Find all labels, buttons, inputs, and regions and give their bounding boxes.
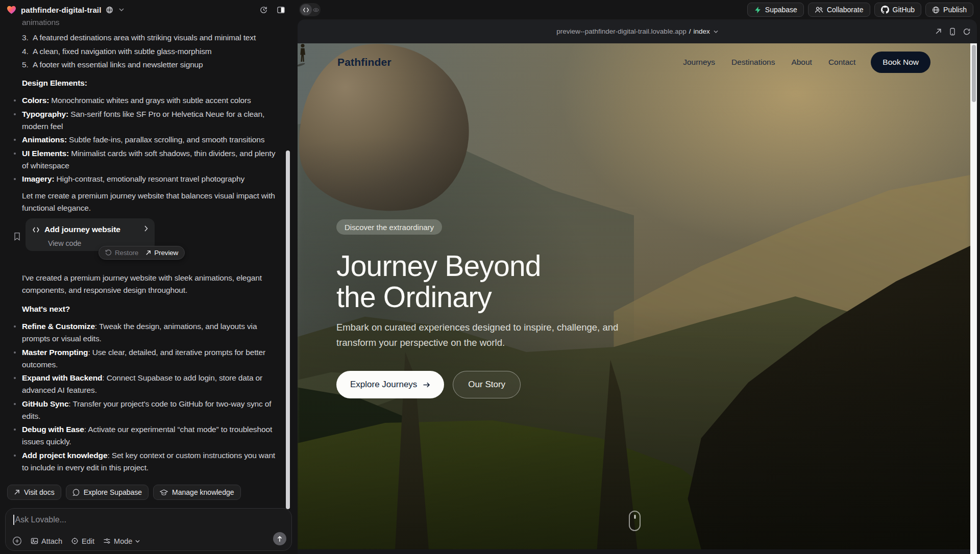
bullet-label: Debug with Ease (22, 425, 84, 434)
nav-link-journeys[interactable]: Journeys (683, 58, 715, 67)
github-button[interactable]: GitHub (874, 3, 922, 17)
list-text: A featured destinations area with striki… (33, 32, 256, 44)
composer-toolbar: Attach Edit Mode (12, 536, 140, 546)
edit-button[interactable]: Edit (71, 537, 94, 545)
bullet-label: Master Prompting (22, 348, 88, 357)
publish-label: Publish (943, 6, 967, 14)
bullet-item: Expand with Backend: Connect Supabase to… (22, 372, 283, 396)
nav-link-destinations[interactable]: Destinations (731, 58, 775, 67)
chevron-down-icon (714, 30, 718, 33)
arrow-up-right-icon (14, 489, 20, 495)
bullet-text: High-contrast, emotionally resonant trav… (54, 174, 244, 183)
arrow-up-right-icon (145, 250, 151, 256)
url-page: index (693, 28, 709, 35)
action-card-row: Add journey website View code Restore (14, 218, 283, 251)
collaborate-label: Collaborate (827, 6, 864, 14)
hero-subtitle: Embark on curated experiences designed t… (336, 320, 650, 350)
quick-action-chips: Visit docs Explore Supabase Manage knowl… (7, 485, 241, 500)
explore-supabase-chip[interactable]: Explore Supabase (66, 485, 149, 500)
bullet-item: GitHub Sync: Transfer your project's cod… (22, 398, 283, 422)
text-cursor (13, 515, 14, 525)
github-icon (881, 6, 889, 14)
publish-globe-icon (932, 6, 940, 14)
design-bullets: Colors: Monochromatic whites and grays w… (22, 94, 283, 185)
hero-title-line1: Journey Beyond (336, 249, 541, 282)
chevron-down-icon (135, 540, 140, 543)
nav-link-about[interactable]: About (791, 58, 812, 67)
eye-toggle-icon[interactable] (312, 8, 320, 12)
mode-label: Mode (114, 537, 132, 545)
hero-badge: Discover the extraordinary (336, 219, 442, 235)
numbered-list: 3. A featured destinations area with str… (22, 32, 283, 71)
site-nav: Pathfinder Journeys Destinations About C… (298, 51, 970, 74)
bullet-item: Refine & Customize: Tweak the design, an… (22, 320, 283, 345)
add-button[interactable] (12, 536, 22, 546)
prompt-input[interactable]: Ask Lovable... (13, 515, 66, 525)
prompt-placeholder: Ask Lovable... (15, 515, 67, 524)
restore-button[interactable]: Restore (105, 247, 138, 259)
chevron-down-icon[interactable] (119, 8, 124, 11)
lovable-app-window: pathfinder-digital-trail (0, 0, 980, 554)
supabase-bolt-icon (754, 6, 762, 14)
chip-label: Manage knowledge (172, 488, 234, 496)
preview-url[interactable]: preview--pathfinder-digital-trail.lovabl… (298, 19, 977, 43)
prompt-composer[interactable]: Ask Lovable... Attach Edit (5, 508, 292, 551)
publish-button[interactable]: Publish (925, 3, 973, 17)
chip-label: Explore Supabase (84, 488, 142, 496)
code-icon (32, 227, 40, 233)
list-number: 5. (22, 59, 33, 71)
bullet-label: GitHub Sync (22, 399, 68, 408)
preview-label: Preview (154, 247, 178, 259)
bullet-item: Master Prompting: Use clear, detailed, a… (22, 346, 283, 371)
list-item: 5. A footer with essential links and new… (22, 59, 283, 71)
supabase-button[interactable]: Supabase (747, 3, 804, 17)
sliders-icon (103, 538, 111, 544)
collaborate-button[interactable]: Collaborate (808, 3, 870, 17)
history-icon[interactable] (259, 6, 268, 14)
edit-label: Edit (82, 537, 94, 545)
site-logo[interactable]: Pathfinder (337, 56, 391, 68)
site-nav-links: Journeys Destinations About Contact (683, 58, 855, 67)
site-scrollbar-thumb[interactable] (972, 45, 976, 102)
preview-button[interactable]: Preview (145, 247, 178, 259)
graduation-cap-icon (160, 489, 168, 496)
code-toggle-icon[interactable] (300, 4, 312, 15)
project-name[interactable]: pathfinder-digital-trail (21, 6, 101, 14)
nav-link-contact[interactable]: Contact (828, 58, 855, 67)
code-preview-toggle[interactable] (299, 3, 321, 16)
visit-docs-chip[interactable]: Visit docs (7, 485, 61, 500)
github-label: GitHub (893, 6, 915, 14)
bullet-label: Animations: (22, 135, 67, 144)
mode-selector[interactable]: Mode (103, 537, 140, 545)
bullet-item: Colors: Monochromatic whites and grays w… (22, 94, 283, 107)
add-journey-website-card[interactable]: Add journey website View code Restore (26, 218, 155, 251)
assistant-paragraph: I've created a premium journey website w… (22, 272, 283, 296)
restore-label: Restore (115, 247, 138, 259)
list-number: 4. (22, 45, 33, 58)
refresh-icon[interactable] (963, 28, 970, 35)
open-external-icon[interactable] (935, 28, 942, 35)
hero-buttons: Explore Journeys Our Story (336, 371, 650, 398)
explore-journeys-button[interactable]: Explore Journeys (336, 371, 444, 398)
attach-image-icon (31, 537, 38, 545)
bullet-label: Typography: (22, 110, 68, 118)
our-story-label: Our Story (468, 380, 505, 390)
chat-scrollbar-thumb[interactable] (286, 150, 290, 509)
restore-preview-pill: Restore Preview (99, 246, 185, 260)
supabase-label: Supabase (765, 6, 797, 14)
our-story-button[interactable]: Our Story (453, 371, 521, 398)
site-scrollbar-track[interactable] (970, 43, 977, 554)
bullet-label: Refine & Customize (22, 322, 95, 331)
send-button[interactable] (273, 532, 286, 545)
next-steps-bullets: Refine & Customize: Tweak the design, an… (22, 320, 283, 474)
preview-url-bar: preview--pathfinder-digital-trail.lovabl… (298, 19, 977, 43)
list-text: A footer with essential links and newsle… (33, 59, 203, 71)
attach-label: Attach (41, 537, 62, 545)
bookmark-icon[interactable] (14, 221, 20, 251)
toggle-panel-icon[interactable] (277, 6, 285, 14)
book-now-button[interactable]: Book Now (871, 52, 930, 73)
arrow-right-icon (423, 382, 430, 388)
manage-knowledge-chip[interactable]: Manage knowledge (153, 485, 240, 500)
mobile-view-icon[interactable] (949, 28, 955, 36)
attach-button[interactable]: Attach (31, 537, 62, 545)
